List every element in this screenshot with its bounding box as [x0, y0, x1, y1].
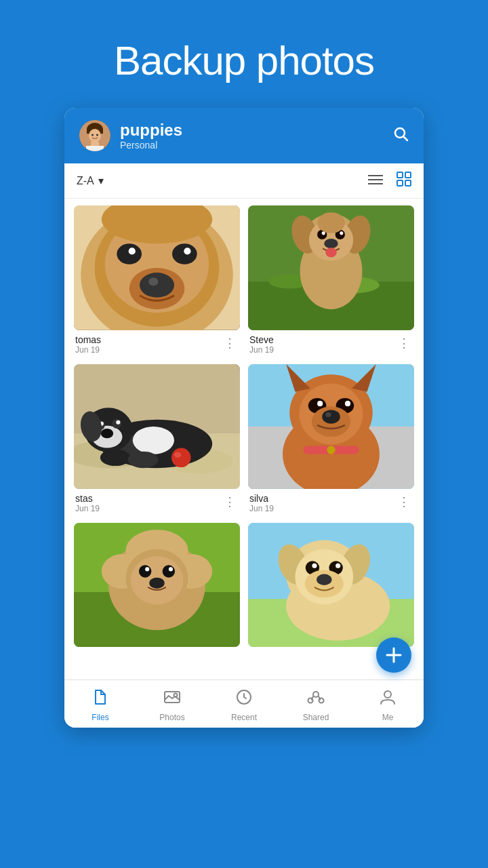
nav-label-files: Files — [92, 713, 108, 722]
svg-point-44 — [317, 212, 345, 233]
list-item: tomas Jun 19 ⋮ — [74, 205, 240, 356]
svg-point-88 — [139, 565, 151, 577]
more-options-button[interactable]: ⋮ — [221, 493, 239, 511]
nav-label-shared: Shared — [303, 713, 329, 722]
photo-thumbnail[interactable] — [74, 364, 240, 489]
svg-point-41 — [340, 231, 343, 235]
list-item: Steve Jun 19 ⋮ — [248, 205, 414, 356]
files-icon — [92, 688, 109, 710]
header-text: puppies Personal — [120, 121, 383, 151]
sort-chevron: ▾ — [98, 174, 104, 187]
photo-date: Jun 19 — [75, 345, 101, 355]
fab-area — [64, 652, 424, 679]
toolbar-right — [368, 172, 411, 190]
shared-icon — [307, 688, 325, 710]
photo-meta: stas Jun 19 ⋮ — [74, 489, 240, 515]
photo-name: stas — [75, 493, 100, 504]
svg-point-73 — [317, 401, 323, 406]
sort-button[interactable]: Z-A ▾ — [77, 174, 104, 187]
svg-point-54 — [171, 448, 191, 467]
svg-point-26 — [129, 248, 136, 254]
app-header: puppies Personal — [64, 108, 424, 163]
folder-type: Personal — [120, 140, 383, 151]
photos-icon — [163, 688, 181, 710]
svg-rect-7 — [86, 146, 104, 151]
svg-point-3 — [89, 129, 101, 142]
me-icon — [379, 688, 396, 710]
photo-date: Jun 19 — [75, 504, 100, 513]
svg-point-25 — [172, 243, 197, 264]
svg-point-27 — [184, 248, 190, 254]
svg-point-42 — [324, 239, 338, 248]
photo-date: Jun 19 — [249, 345, 274, 355]
grid-view-icon[interactable] — [396, 172, 411, 190]
svg-point-43 — [325, 248, 336, 257]
svg-point-114 — [384, 691, 391, 698]
photo-thumbnail[interactable] — [74, 523, 240, 648]
nav-item-recent[interactable]: Recent — [208, 680, 280, 728]
photo-name: tomas — [75, 334, 101, 345]
photo-name: Steve — [249, 334, 274, 345]
svg-point-4 — [92, 134, 94, 136]
avatar[interactable] — [79, 120, 110, 151]
toolbar: Z-A ▾ — [64, 163, 424, 199]
bottom-navigation: Files Photos — [64, 679, 424, 728]
recent-icon — [235, 688, 253, 710]
sort-label: Z-A — [77, 175, 94, 187]
photo-meta: silva Jun 19 ⋮ — [248, 489, 414, 515]
svg-rect-13 — [397, 172, 403, 178]
page-headline: Backup photos — [20, 37, 468, 84]
svg-point-111 — [313, 692, 319, 697]
app-card: puppies Personal Z-A ▾ — [64, 108, 424, 728]
more-options-button[interactable]: ⋮ — [395, 493, 413, 511]
nav-item-me[interactable]: Me — [352, 680, 424, 728]
folder-name: puppies — [120, 121, 383, 140]
svg-rect-14 — [405, 172, 411, 178]
svg-point-102 — [312, 563, 317, 568]
svg-point-109 — [174, 694, 178, 697]
svg-point-24 — [117, 243, 142, 264]
headline-section: Backup photos — [0, 0, 488, 108]
list-item: stas Jun 19 ⋮ — [74, 364, 240, 515]
svg-line-9 — [404, 137, 408, 141]
list-item — [248, 523, 414, 653]
photo-thumbnail[interactable] — [248, 205, 414, 330]
more-options-button[interactable]: ⋮ — [221, 334, 239, 352]
svg-point-5 — [96, 134, 98, 136]
nav-label-me: Me — [382, 713, 394, 722]
photo-meta — [74, 647, 240, 652]
nav-item-shared[interactable]: Shared — [280, 680, 352, 728]
nav-item-files[interactable]: Files — [64, 680, 136, 728]
svg-point-62 — [101, 429, 113, 438]
filter-icon[interactable] — [368, 173, 383, 189]
photo-meta: Steve Jun 19 ⋮ — [248, 330, 414, 356]
svg-point-90 — [145, 567, 149, 571]
more-options-button[interactable]: ⋮ — [395, 334, 413, 352]
svg-point-92 — [149, 577, 164, 588]
svg-point-103 — [336, 563, 340, 568]
svg-rect-15 — [397, 180, 403, 186]
svg-point-77 — [325, 412, 331, 417]
page: Backup photos — [0, 0, 488, 868]
svg-point-79 — [327, 446, 335, 454]
svg-point-74 — [345, 401, 350, 406]
photo-thumbnail[interactable] — [248, 523, 414, 648]
search-button[interactable] — [392, 125, 409, 146]
photo-date: Jun 19 — [249, 504, 274, 513]
svg-point-89 — [163, 565, 175, 577]
svg-rect-16 — [405, 180, 411, 186]
svg-point-55 — [174, 452, 181, 457]
content-area: tomas Jun 19 ⋮ — [64, 199, 424, 652]
svg-point-53 — [128, 451, 159, 468]
svg-point-51 — [133, 427, 174, 454]
photo-name: silva — [249, 493, 274, 504]
photo-thumbnail[interactable] — [74, 205, 240, 330]
svg-point-61 — [116, 420, 120, 424]
nav-item-photos[interactable]: Photos — [136, 680, 208, 728]
photo-thumbnail[interactable] — [248, 364, 414, 489]
svg-point-23 — [148, 277, 158, 285]
photo-meta: tomas Jun 19 ⋮ — [74, 330, 240, 356]
add-button[interactable] — [376, 637, 411, 673]
nav-label-photos: Photos — [159, 713, 184, 722]
svg-point-76 — [322, 410, 340, 423]
